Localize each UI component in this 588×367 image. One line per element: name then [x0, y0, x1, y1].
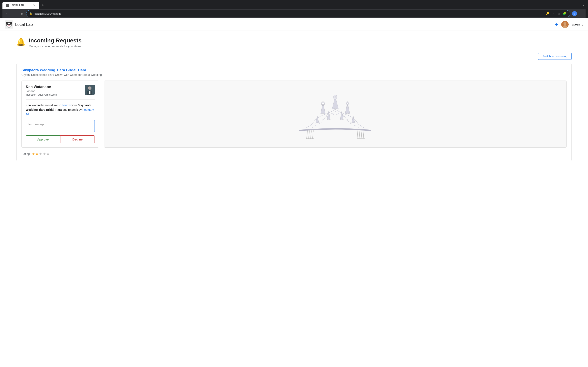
- switch-to-borrowing-button[interactable]: Switch to borrowing: [538, 53, 572, 60]
- item-image-panel: [104, 81, 567, 148]
- app-logo[interactable]: Local Lab: [5, 20, 33, 29]
- tab-favicon: L: [6, 4, 9, 7]
- active-tab[interactable]: L LOCAL LAB ✕: [2, 2, 39, 9]
- star-4: ★: [43, 152, 46, 156]
- requester-name: Ken Watanabe: [26, 85, 57, 89]
- url-text: localhost:3000/manage: [34, 12, 543, 15]
- svg-point-39: [335, 111, 336, 112]
- star-2: ★: [35, 152, 39, 156]
- svg-text:L: L: [7, 4, 8, 6]
- svg-line-24: [311, 131, 311, 139]
- request-body: Ken Watanabe London inception_guy@gmail.…: [21, 81, 567, 148]
- svg-point-8: [8, 24, 9, 25]
- request-card: Sikypaota Wedding Tiara Bridal Tiara Cry…: [16, 63, 572, 161]
- add-item-button[interactable]: +: [555, 21, 558, 28]
- lock-icon: 🔒: [29, 12, 32, 15]
- svg-point-52: [329, 115, 330, 115]
- svg-point-4: [6, 22, 8, 24]
- page-title: Incoming Requests Manage incoming reques…: [29, 37, 81, 48]
- item-title[interactable]: Sikypaota Wedding Tiara Bridal Tiara: [21, 68, 567, 72]
- svg-point-5: [10, 22, 12, 24]
- svg-point-47: [350, 123, 351, 124]
- svg-point-42: [327, 116, 328, 117]
- bookmark-icon[interactable]: ☆: [556, 11, 561, 16]
- svg-point-41: [338, 113, 339, 114]
- forward-button[interactable]: →: [11, 11, 17, 17]
- requester-name-text: Ken Watanabe: [26, 104, 44, 107]
- message-placeholder-text: No message.: [28, 123, 45, 126]
- star-5: ★: [46, 152, 50, 156]
- svg-point-54: [333, 114, 334, 115]
- requester-panel: Ken Watanabe London inception_guy@gmail.…: [21, 81, 99, 148]
- svg-line-22: [307, 131, 307, 139]
- requester-avatar-image: [85, 85, 95, 95]
- svg-point-58: [347, 103, 347, 103]
- app-header: Local Lab + queen_b: [0, 18, 588, 31]
- address-bar[interactable]: 🔒 localhost:3000/manage 🔑 ↑ ☆ 🧩: [26, 10, 570, 17]
- svg-point-43: [343, 116, 344, 117]
- svg-point-38: [346, 103, 348, 105]
- browser-chrome: L LOCAL LAB ✕ + ▾ ← → ↻ 🔒 localhost:3000…: [0, 0, 588, 18]
- rating-section: Rating: ★ ★ ★ ★ ★: [21, 152, 567, 156]
- would-like-to-text: would like to: [45, 104, 62, 107]
- profile-icon: G: [572, 11, 577, 16]
- svg-line-29: [363, 131, 364, 139]
- svg-line-27: [359, 131, 360, 139]
- profile-circle[interactable]: G: [572, 11, 577, 17]
- requester-email: inception_guy@gmail.com: [26, 93, 57, 96]
- return-text: and return it by: [63, 108, 82, 111]
- tab-close-button[interactable]: ✕: [33, 4, 36, 7]
- back-button[interactable]: ←: [4, 11, 10, 17]
- requester-location: London: [26, 90, 57, 93]
- requester-avatar: [85, 85, 95, 95]
- username-label: queen_b: [572, 23, 583, 26]
- switch-btn-container: Switch to borrowing: [16, 53, 572, 60]
- svg-point-48: [315, 125, 316, 126]
- svg-point-53: [341, 115, 341, 115]
- refresh-button[interactable]: ↻: [19, 11, 25, 17]
- request-message: Ken Watanabe would like to borrow your S…: [26, 103, 95, 117]
- user-avatar[interactable]: [561, 21, 569, 28]
- extension-icon[interactable]: 🧩: [562, 11, 567, 16]
- main-content: 🔔 Incoming Requests Manage incoming requ…: [0, 31, 588, 168]
- svg-point-49: [355, 125, 355, 126]
- svg-line-25: [312, 131, 313, 139]
- svg-line-23: [309, 131, 310, 139]
- action-buttons: Approve Decline: [26, 135, 95, 143]
- approve-button[interactable]: Approve: [26, 135, 60, 143]
- svg-point-51: [358, 127, 358, 128]
- tab-title: LOCAL LAB: [11, 4, 31, 7]
- svg-point-55: [337, 114, 337, 115]
- svg-point-10: [8, 25, 9, 26]
- key-icon: 🔑: [545, 11, 550, 16]
- star-1: ★: [32, 152, 35, 156]
- share-icon[interactable]: ↑: [551, 11, 555, 16]
- browser-tabs: L LOCAL LAB ✕ + ▾: [2, 2, 586, 9]
- new-tab-button[interactable]: +: [40, 2, 45, 8]
- page-heading: Incoming Requests: [29, 37, 81, 44]
- browser-toolbar: ← → ↻ 🔒 localhost:3000/manage 🔑 ↑ ☆ 🧩 G …: [2, 9, 586, 18]
- browser-minimize[interactable]: ▾: [581, 3, 586, 8]
- decline-button[interactable]: Decline: [60, 135, 95, 143]
- svg-point-46: [319, 123, 320, 124]
- bell-icon: 🔔: [16, 38, 26, 46]
- svg-point-44: [323, 119, 323, 120]
- more-options-button[interactable]: ⋮: [578, 11, 584, 17]
- address-bar-icons: 🔑 ↑ ☆ 🧩: [545, 11, 567, 16]
- stars-container: ★ ★ ★ ★ ★: [32, 152, 50, 156]
- svg-point-36: [322, 103, 324, 105]
- app-container: Local Lab + queen_b 🔔 Incom: [0, 18, 588, 367]
- your-text: your: [71, 104, 78, 107]
- item-subtitle: Crystal Rhinestones Tiara Crown with Com…: [21, 73, 567, 76]
- header-right: + queen_b: [555, 21, 583, 28]
- requester-divider: [26, 100, 95, 100]
- svg-point-57: [322, 103, 323, 103]
- svg-point-50: [312, 127, 312, 128]
- toolbar-right: G ⋮: [572, 11, 584, 17]
- svg-line-28: [361, 131, 362, 139]
- page-subtitle: Manage incoming requests for your items: [29, 45, 81, 48]
- svg-point-56: [335, 96, 335, 97]
- message-box: No message.: [26, 120, 95, 132]
- svg-point-12: [563, 22, 566, 25]
- tiara-image: [294, 88, 376, 140]
